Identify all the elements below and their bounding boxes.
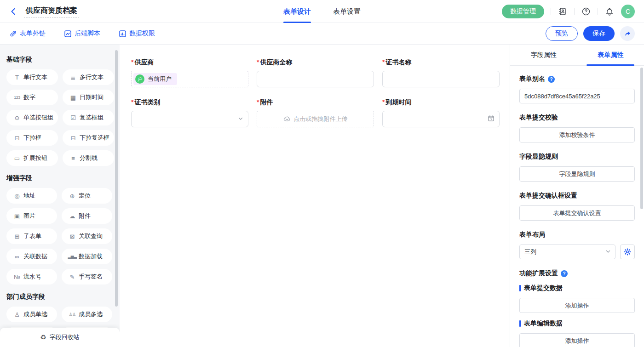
field-type-signature[interactable]: ✎手写签名 <box>62 269 112 284</box>
field-type-image[interactable]: ▣图片 <box>6 208 57 224</box>
field-type-number[interactable]: 123数字 <box>6 90 58 105</box>
help-icon[interactable]: ? <box>561 270 568 277</box>
section-title-basic-fields: 基础字段 <box>6 56 112 64</box>
field-recycle-bin[interactable]: ♻ 字段回收站 <box>0 328 120 347</box>
data-permission-link[interactable]: 数据权限 <box>119 29 155 38</box>
panel-scrollbar[interactable] <box>640 68 643 209</box>
expiry-date-input[interactable] <box>382 111 500 127</box>
pen-icon: ✎ <box>68 273 76 280</box>
field-expiry-date[interactable]: *到期时间 <box>382 98 500 127</box>
backend-script-link[interactable]: 后端脚本 <box>64 29 100 38</box>
form-alias-input[interactable] <box>519 89 635 103</box>
recycle-label: 字段回收站 <box>50 333 80 341</box>
layout-settings-button[interactable] <box>620 245 635 259</box>
pill-label: 图片 <box>23 212 35 220</box>
contacts-icon[interactable] <box>558 6 568 17</box>
header-tabs: 表单设计 表单设置 <box>283 0 361 23</box>
enhanced-fields-grid: ◎地址 ⊕定位 ▣图片 ☁附件 ⊞子表单 ⊠关联查询 ∞关联数据 ▂▅▃数据加载… <box>6 188 112 284</box>
notification-bell-icon[interactable] <box>604 6 615 17</box>
field-type-extend-button[interactable]: ▭扩展按钮 <box>6 150 58 166</box>
field-certificate-name[interactable]: *证书名称 <box>382 58 500 87</box>
field-type-radio-group[interactable]: ⊙单选按钮组 <box>6 110 58 125</box>
field-type-multi-select[interactable]: ⊟下拉复选框 <box>63 130 114 146</box>
add-edit-action-button[interactable]: 添加操作 <box>519 333 635 347</box>
field-type-sub-form[interactable]: ⊞子表单 <box>6 228 57 244</box>
field-supplier[interactable]: *供应商 户 当前用户 <box>131 58 248 87</box>
field-type-divider-line[interactable]: ≡分割线 <box>63 150 114 166</box>
image-icon: ▣ <box>13 213 21 220</box>
divider <box>551 8 551 15</box>
save-button[interactable]: 保存 <box>583 26 615 41</box>
field-type-location[interactable]: ⊕定位 <box>62 188 112 204</box>
recycle-icon: ♻ <box>40 333 46 341</box>
required-asterisk: * <box>257 58 259 66</box>
data-manage-button[interactable]: 数据管理 <box>502 5 544 18</box>
field-type-checkbox-group[interactable]: ☑复选框组 <box>63 110 114 125</box>
field-type-datetime[interactable]: ▦日期时间 <box>63 90 114 105</box>
pill-label: 复选框组 <box>80 114 104 122</box>
field-type-attachment[interactable]: ☁附件 <box>62 208 112 224</box>
back-icon[interactable] <box>9 7 17 16</box>
pill-label: 附件 <box>79 212 91 220</box>
supplier-input[interactable]: 户 当前用户 <box>131 71 248 87</box>
user-avatar[interactable]: C <box>621 5 635 18</box>
current-user-tag[interactable]: 户 当前用户 <box>133 73 177 85</box>
user-tag-icon: 户 <box>135 74 144 84</box>
pill-label: 多行文本 <box>80 73 104 81</box>
help-icon[interactable] <box>581 6 591 17</box>
cloud-upload-icon <box>283 115 291 123</box>
page-title[interactable]: 供应商资质档案 <box>24 5 79 18</box>
field-type-lookup-query[interactable]: ⊠关联查询 <box>62 228 112 244</box>
help-icon[interactable]: ? <box>548 76 555 83</box>
sidebar-scrollbar[interactable] <box>115 50 118 307</box>
pill-label: 数据加载 <box>79 252 103 261</box>
field-type-member-single[interactable]: ♙成员单选 <box>6 307 57 322</box>
radio-icon: ⊙ <box>13 114 21 121</box>
preview-button[interactable]: 预览 <box>546 26 578 41</box>
submit-confirm-label: 表单提交确认框设置 <box>519 192 635 200</box>
calendar-icon: ▦ <box>69 94 77 101</box>
attachment-upload-area[interactable]: 点击或拖拽附件上传 <box>257 111 374 127</box>
certificate-name-input[interactable] <box>382 71 500 87</box>
field-attachment[interactable]: *附件 点击或拖拽附件上传 <box>257 98 374 127</box>
share-button[interactable] <box>620 26 635 41</box>
top-header: 供应商资质档案 表单设计 表单设置 数据管理 <box>0 0 644 23</box>
field-type-address[interactable]: ◎地址 <box>6 188 57 204</box>
field-type-select[interactable]: ⊡下拉框 <box>6 130 58 146</box>
multi-dropdown-icon: ⊟ <box>69 135 77 142</box>
field-type-member-multi[interactable]: ♙♙成员多选 <box>62 307 112 322</box>
pill-label: 分割线 <box>80 154 98 162</box>
tab-field-properties[interactable]: 字段属性 <box>510 45 577 65</box>
field-type-linked-data[interactable]: ∞关联数据 <box>6 249 57 264</box>
layout-selected-value: 三列 <box>524 248 536 256</box>
form-external-link[interactable]: 表单外链 <box>9 29 46 38</box>
tab-form-properties[interactable]: 表单属性 <box>577 45 644 65</box>
field-type-data-load[interactable]: ▂▅▃数据加载 <box>62 249 112 264</box>
supplier-full-name-input[interactable] <box>257 71 374 87</box>
submit-confirm-button[interactable]: 表单提交确认设置 <box>519 205 635 221</box>
pill-label: 地址 <box>23 192 35 200</box>
number-icon: 123 <box>13 95 21 100</box>
form-layout-label: 表单布局 <box>519 231 635 239</box>
field-certificate-type[interactable]: *证书类别 <box>131 98 248 127</box>
form-layout-select[interactable]: 三列 <box>519 245 615 259</box>
link-icon <box>9 30 17 38</box>
script-icon <box>64 30 72 38</box>
add-validation-button[interactable]: 添加校验条件 <box>519 127 635 142</box>
field-type-single-line-text[interactable]: T单行文本 <box>6 69 58 85</box>
subform-icon: ⊞ <box>13 233 21 240</box>
serial-icon: № <box>13 273 21 280</box>
tab-form-settings[interactable]: 表单设置 <box>333 0 361 23</box>
section-title-enhanced-fields: 增强字段 <box>6 174 112 182</box>
button-icon: ▭ <box>13 155 21 162</box>
field-type-multi-line-text[interactable]: ≣多行文本 <box>63 69 114 85</box>
add-submit-action-button[interactable]: 添加操作 <box>519 298 635 313</box>
field-supplier-full-name[interactable]: *供应商全称 <box>257 58 374 87</box>
field-type-serial-number[interactable]: №流水号 <box>6 269 57 284</box>
field-visibility-button[interactable]: 字段显隐规则 <box>519 166 635 182</box>
required-asterisk: * <box>382 58 385 66</box>
tab-form-design[interactable]: 表单设计 <box>283 0 311 23</box>
form-design-canvas: *供应商 户 当前用户 *供应商全称 *证书名称 <box>120 45 510 347</box>
field-label: *附件 <box>257 98 374 107</box>
certificate-type-select[interactable] <box>131 111 248 127</box>
